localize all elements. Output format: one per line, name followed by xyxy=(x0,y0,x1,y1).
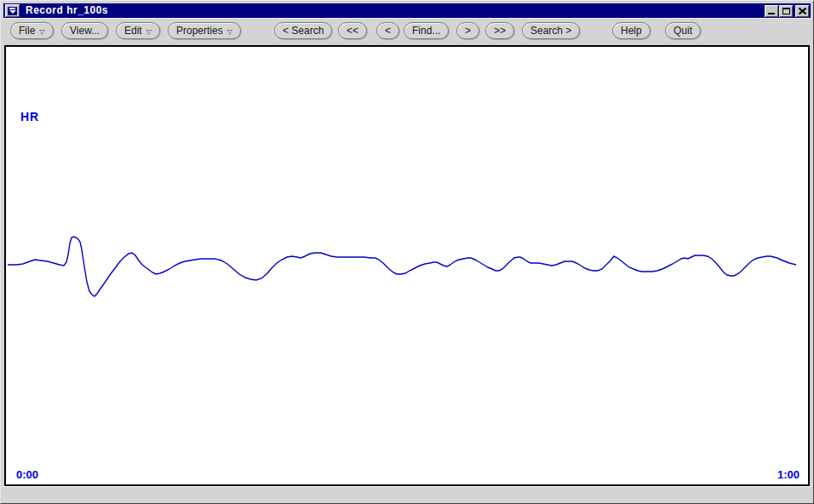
close-icon xyxy=(799,8,806,14)
properties-menu-button[interactable]: Properties▽ xyxy=(168,22,241,39)
window-menu-icon xyxy=(8,7,17,15)
button-label: Edit xyxy=(124,25,142,37)
bottom-strip xyxy=(3,486,811,501)
button-label: Help xyxy=(621,25,642,37)
file-menu-button[interactable]: File▽ xyxy=(10,22,54,39)
search-forward-button[interactable]: Search > xyxy=(522,22,580,39)
app-window: Record hr_100s File▽View...Edit▽Properti… xyxy=(0,0,814,504)
find-button[interactable]: Find... xyxy=(404,22,449,39)
button-label: View... xyxy=(70,25,100,37)
end-time-label: 1:00 xyxy=(777,468,800,481)
minimize-icon xyxy=(768,8,775,14)
help-button[interactable]: Help xyxy=(612,22,651,39)
button-label: File xyxy=(19,25,35,37)
quit-button[interactable]: Quit xyxy=(665,22,701,39)
edit-menu-button[interactable]: Edit▽ xyxy=(116,22,160,39)
button-label: >> xyxy=(494,25,506,37)
hr-waveform xyxy=(6,47,808,484)
minimize-button[interactable] xyxy=(765,5,778,17)
button-label: Properties xyxy=(176,25,223,37)
start-time-label: 0:00 xyxy=(16,468,38,481)
button-label: < xyxy=(385,25,391,37)
button-label: < Search xyxy=(283,25,324,37)
search-back-button[interactable]: < Search xyxy=(274,22,332,39)
button-label: > xyxy=(465,25,471,37)
maximize-icon xyxy=(782,8,790,14)
menu-arrow-icon: ▽ xyxy=(227,27,232,35)
button-label: Search > xyxy=(530,25,571,37)
step-forward-button[interactable]: > xyxy=(456,22,479,39)
close-button[interactable] xyxy=(795,5,809,17)
titlebar[interactable]: Record hr_100s xyxy=(3,3,811,18)
step-back-button[interactable]: < xyxy=(376,22,399,39)
button-label: Quit xyxy=(674,25,692,37)
signal-canvas[interactable]: HR 0:00 1:00 xyxy=(4,45,810,486)
rewind-button[interactable]: << xyxy=(338,22,367,39)
window-title: Record hr_100s xyxy=(26,4,108,16)
view-button[interactable]: View... xyxy=(61,22,108,39)
menu-arrow-icon: ▽ xyxy=(146,27,152,35)
maximize-button[interactable] xyxy=(779,5,793,17)
menu-arrow-icon: ▽ xyxy=(39,27,44,35)
toolbar: File▽View...Edit▽Properties▽< Search<<<F… xyxy=(3,18,811,43)
button-label: Find... xyxy=(412,25,440,37)
window-menu-button[interactable] xyxy=(5,4,20,17)
button-label: << xyxy=(347,25,358,37)
window-controls xyxy=(765,5,809,17)
fast-forward-button[interactable]: >> xyxy=(485,22,514,39)
